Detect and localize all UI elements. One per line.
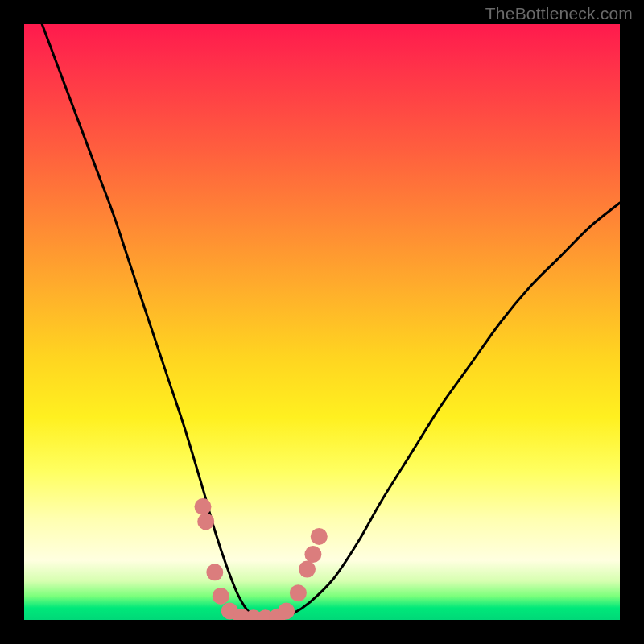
- series-layer: [42, 24, 620, 620]
- marker-point: [311, 528, 328, 545]
- marker-point: [213, 588, 229, 605]
- watermark: TheBottleneck.com: [485, 4, 633, 23]
- marker-layer: [195, 498, 328, 620]
- frame: TheBottleneck.com: [0, 0, 644, 644]
- marker-point: [278, 602, 295, 619]
- marker-point: [195, 498, 212, 515]
- chart-svg: [24, 24, 620, 620]
- marker-point: [206, 564, 223, 580]
- marker-point: [197, 513, 214, 530]
- series-curve: [42, 24, 620, 620]
- marker-point: [299, 561, 316, 578]
- marker-point: [290, 584, 307, 601]
- plot-area: [24, 24, 620, 620]
- marker-point: [304, 546, 321, 563]
